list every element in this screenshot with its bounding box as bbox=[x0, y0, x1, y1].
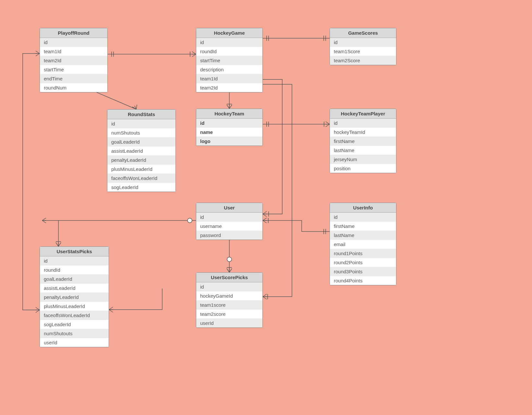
entity-header: GameScores bbox=[330, 28, 396, 38]
field: id bbox=[107, 119, 175, 128]
field: team2Id bbox=[40, 56, 107, 65]
field: plusMinusLeaderId bbox=[40, 302, 109, 311]
field: team1Id bbox=[40, 47, 107, 56]
entity-header: UserStatsPicks bbox=[40, 247, 109, 256]
field: team2score bbox=[196, 310, 262, 319]
field: sogLeaderId bbox=[40, 320, 109, 329]
field: team2Id bbox=[196, 83, 262, 92]
field: password bbox=[196, 231, 262, 240]
entity-header: UserScorePicks bbox=[196, 273, 262, 282]
field: id bbox=[40, 256, 109, 266]
field: faceoffsWonLeaderId bbox=[40, 311, 109, 320]
field: id bbox=[196, 213, 262, 222]
entity-userinfo: UserInfo id firstName lastName email rou… bbox=[330, 203, 396, 285]
field: team2Score bbox=[330, 56, 396, 65]
field: endTime bbox=[40, 74, 107, 83]
field: round3Points bbox=[330, 267, 396, 276]
entity-header: User bbox=[196, 203, 262, 213]
entity-header: PlayoffRound bbox=[40, 28, 107, 38]
field: round4Points bbox=[330, 276, 396, 285]
entity-hockeyteamplayer: HockeyTeamPlayer id hockeyTeamId firstNa… bbox=[330, 109, 396, 173]
field: faceoffsWonLeaderId bbox=[107, 174, 175, 183]
field: id bbox=[196, 38, 262, 47]
entity-header: UserInfo bbox=[330, 203, 396, 213]
field: team1Id bbox=[196, 74, 262, 83]
entity-gamescores: GameScores id team1Score team2Score bbox=[330, 28, 396, 65]
field: assistLeaderId bbox=[107, 147, 175, 156]
field: id bbox=[196, 282, 262, 291]
entity-userstatspicks: UserStatsPicks id roundId goalLeaderId a… bbox=[40, 246, 109, 347]
entity-header: HockeyTeamPlayer bbox=[330, 109, 396, 119]
field: id bbox=[330, 119, 396, 128]
entity-user: User id username password bbox=[196, 203, 263, 240]
field: email bbox=[330, 240, 396, 249]
field: hockeyGameId bbox=[196, 291, 262, 301]
field: roundId bbox=[40, 266, 109, 275]
field: roundNum bbox=[40, 83, 107, 92]
entity-header: HockeyTeam bbox=[196, 109, 262, 119]
field: id bbox=[330, 213, 396, 222]
field: team1Score bbox=[330, 47, 396, 56]
field: firstName bbox=[330, 222, 396, 231]
field: roundId bbox=[196, 47, 262, 56]
field: position bbox=[330, 164, 396, 173]
field: sogLeaderId bbox=[107, 183, 175, 192]
field: description bbox=[196, 65, 262, 74]
field: penaltyLeaderId bbox=[40, 293, 109, 302]
entity-hockeyteam: HockeyTeam id name logo bbox=[196, 109, 263, 146]
field: round2Points bbox=[330, 258, 396, 267]
field: lastName bbox=[330, 146, 396, 155]
entity-roundstats: RoundStats id numShutouts goalLeaderId a… bbox=[107, 109, 176, 192]
field: numShutouts bbox=[107, 128, 175, 137]
field: plusMinusLeaderId bbox=[107, 165, 175, 174]
field: hockeyTeamId bbox=[330, 128, 396, 137]
entity-userscorepicks: UserScorePicks id hockeyGameId team1scor… bbox=[196, 272, 263, 328]
field: round1Points bbox=[330, 249, 396, 258]
entity-playoffround: PlayoffRound id team1Id team2Id startTim… bbox=[40, 28, 108, 92]
svg-point-23 bbox=[187, 218, 192, 223]
field: logo bbox=[196, 137, 262, 146]
field: id bbox=[40, 38, 107, 47]
field: userId bbox=[196, 319, 262, 327]
field: numShutouts bbox=[40, 329, 109, 338]
field: name bbox=[196, 128, 262, 137]
field: id bbox=[196, 119, 262, 128]
field: lastName bbox=[330, 231, 396, 240]
field: username bbox=[196, 222, 262, 231]
entity-header: RoundStats bbox=[107, 110, 175, 119]
svg-point-25 bbox=[227, 257, 232, 262]
field: firstName bbox=[330, 137, 396, 146]
field: startTime bbox=[196, 56, 262, 65]
field: id bbox=[330, 38, 396, 47]
entity-hockeygame: HockeyGame id roundId startTime descript… bbox=[196, 28, 263, 92]
field: team1score bbox=[196, 301, 262, 310]
field: goalLeaderId bbox=[107, 137, 175, 147]
field: userId bbox=[40, 338, 109, 347]
entity-header: HockeyGame bbox=[196, 28, 262, 38]
field: goalLeaderId bbox=[40, 275, 109, 284]
field: assistLeaderId bbox=[40, 284, 109, 293]
field: startTime bbox=[40, 65, 107, 74]
field: penaltyLeaderId bbox=[107, 156, 175, 165]
field: jerseyNum bbox=[330, 155, 396, 164]
